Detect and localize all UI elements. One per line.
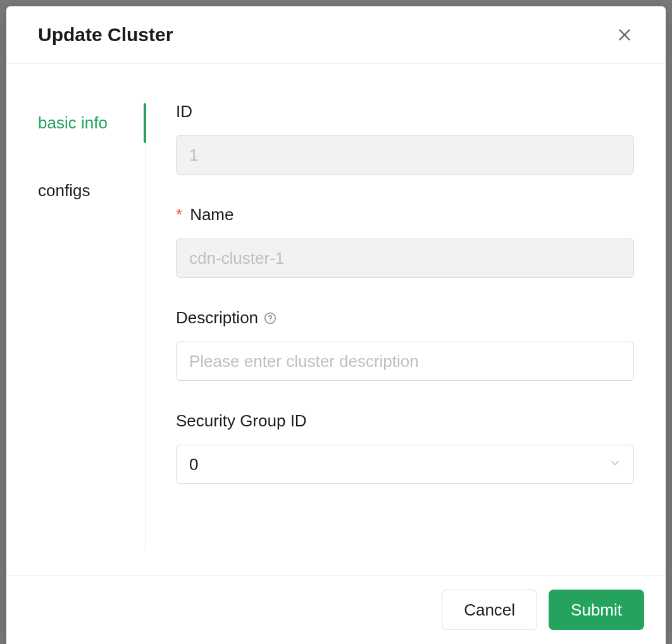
close-button[interactable] (614, 24, 635, 46)
name-label-text: Name (190, 205, 233, 225)
close-icon (616, 35, 633, 45)
id-label: ID (176, 102, 634, 121)
form: ID * Name Description (146, 102, 634, 550)
description-input[interactable] (176, 342, 634, 381)
required-asterisk-icon: * (176, 205, 182, 225)
name-label: * Name (176, 205, 634, 225)
modal-header: Update Cluster (6, 6, 666, 64)
tab-label: configs (38, 181, 90, 200)
modal-body: basic info configs ID * Name Descriptio (6, 64, 666, 575)
security-group-id-label: Security Group ID (176, 411, 634, 431)
tab-configs[interactable]: configs (38, 170, 145, 212)
form-item-id: ID (176, 102, 634, 175)
tab-basic-info[interactable]: basic info (38, 102, 145, 144)
help-icon[interactable] (263, 311, 277, 325)
description-label-text: Description (176, 308, 258, 328)
tab-label: basic info (38, 113, 108, 132)
update-cluster-modal: Update Cluster basic info configs ID (6, 6, 666, 644)
form-item-security-group-id: Security Group ID 0 (176, 411, 634, 484)
modal-footer: Cancel Submit (6, 575, 666, 644)
security-group-id-select[interactable]: 0 (176, 445, 634, 484)
tabs: basic info configs (38, 102, 146, 550)
cancel-button[interactable]: Cancel (442, 590, 537, 630)
name-input (176, 238, 634, 278)
svg-point-3 (270, 320, 271, 321)
modal-title: Update Cluster (38, 24, 173, 46)
description-label: Description (176, 308, 634, 328)
id-input (176, 135, 634, 175)
security-group-id-select-wrap: 0 (176, 445, 634, 484)
submit-button[interactable]: Submit (549, 590, 644, 630)
form-item-description: Description (176, 308, 634, 381)
form-item-name: * Name (176, 205, 634, 278)
